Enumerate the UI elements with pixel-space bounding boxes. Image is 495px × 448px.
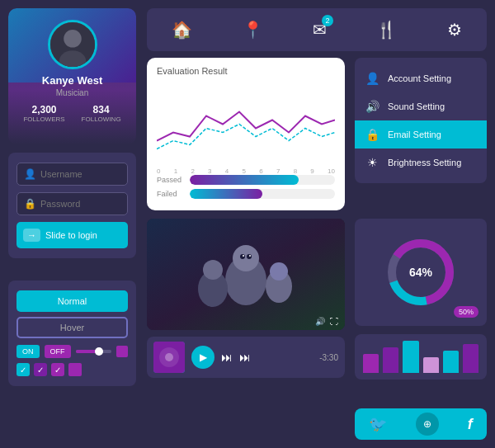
- failed-bar-row: Failed: [157, 189, 335, 199]
- svg-point-9: [270, 262, 288, 281]
- passed-label: Passed: [157, 176, 183, 184]
- passed-bar-row: Passed: [157, 175, 335, 185]
- share-button[interactable]: ⊕: [416, 413, 439, 436]
- passed-bar-bg: [190, 175, 335, 185]
- svg-point-12: [243, 255, 244, 257]
- checkbox-purple[interactable]: ✓: [34, 363, 47, 376]
- profile-title: Musician: [56, 88, 88, 97]
- profile-card: Kanye West Musician 2,300 FOLLOWERS 834 …: [8, 8, 136, 144]
- music-thumbnail: [153, 342, 185, 373]
- top-navigation: 🏠 📍 ✉ 2 🍴 ⚙: [147, 8, 487, 51]
- email-setting-item[interactable]: 🔒 Email Setting: [355, 120, 487, 149]
- toggle-on-button[interactable]: ON: [16, 345, 40, 358]
- passed-bar-fill: [190, 175, 299, 185]
- evaluation-card: Evaluation Result 012345678910 Passed Fa…: [147, 58, 345, 210]
- slide-arrow-icon: →: [23, 229, 40, 242]
- mail-badge: 2: [322, 15, 333, 26]
- user-icon: 👤: [24, 168, 36, 180]
- donut-badge: 50%: [454, 306, 478, 318]
- avatar: [48, 20, 97, 69]
- svg-point-10: [240, 254, 245, 259]
- nav-restaurant-icon[interactable]: 🍴: [376, 20, 397, 40]
- bar-chart-card: [355, 334, 487, 380]
- failed-bar-fill: [190, 189, 262, 199]
- sound-setting-label: Sound Setting: [388, 101, 445, 111]
- svg-point-5: [233, 245, 259, 271]
- sound-setting-item[interactable]: 🔊 Sound Setting: [355, 92, 487, 120]
- failed-label: Failed: [157, 190, 183, 198]
- nav-location-icon[interactable]: 📍: [243, 20, 263, 40]
- svg-point-13: [249, 255, 251, 257]
- bar-col-5: [443, 351, 459, 373]
- followers-stat: 2,300 FOLLOWERS: [23, 104, 64, 123]
- donut-percentage: 64%: [409, 266, 432, 279]
- chart-area: [157, 81, 335, 159]
- following-label: FOLLOWING: [82, 116, 121, 123]
- bar-col-4: [423, 357, 439, 374]
- share-icon: ⊕: [423, 418, 431, 430]
- login-form: 👤 🔒 → Slide to login: [8, 153, 136, 258]
- password-wrap: 🔒: [16, 192, 128, 215]
- video-volume-icon[interactable]: 🔊: [315, 317, 325, 326]
- slider-track[interactable]: [76, 350, 112, 353]
- checkbox-violet[interactable]: ✓: [51, 363, 64, 376]
- skip-forward-button[interactable]: ⏭: [221, 351, 233, 364]
- lock-icon: 🔒: [24, 198, 36, 210]
- account-icon: 👤: [365, 72, 380, 85]
- brightness-setting-label: Brightness Setting: [388, 158, 461, 167]
- profile-name: Kanye West: [42, 74, 102, 87]
- video-fullscreen-icon[interactable]: ⛶: [330, 317, 338, 326]
- svg-point-11: [247, 254, 252, 259]
- eval-title: Evaluation Result: [157, 66, 335, 76]
- play-button[interactable]: ▶: [191, 346, 214, 369]
- facebook-button[interactable]: f: [468, 416, 473, 433]
- color-swatch: [116, 346, 128, 357]
- settings-panel: 👤 Account Setting 🔊 Sound Setting 🔒 Emai…: [355, 58, 487, 183]
- username-wrap: 👤: [16, 163, 128, 186]
- bar-col-2: [383, 347, 398, 373]
- chart-labels: 012345678910: [157, 167, 335, 175]
- video-background: 🔊 ⛶: [147, 219, 345, 330]
- toggle-off-button[interactable]: OFF: [45, 345, 71, 358]
- slider-thumb: [95, 347, 103, 356]
- email-setting-label: Email Setting: [388, 130, 441, 139]
- social-bar: 🐦 ⊕ f: [355, 408, 487, 440]
- nav-settings-icon[interactable]: ⚙: [447, 20, 462, 40]
- donut-chart-card: 64% 50%: [355, 219, 487, 326]
- following-count: 834: [82, 104, 121, 116]
- bar-col-1: [363, 354, 379, 373]
- music-player: ▶ ⏭ ⏭ -3:30: [147, 337, 345, 378]
- account-setting-label: Account Setting: [388, 73, 451, 83]
- nav-mail-icon[interactable]: ✉ 2: [313, 20, 327, 40]
- color-square: [68, 363, 82, 376]
- checkboxes-row: ✓ ✓ ✓: [16, 363, 128, 376]
- svg-point-16: [165, 353, 173, 361]
- checkbox-blue[interactable]: ✓: [16, 363, 30, 376]
- following-stat: 834 FOLLOWING: [82, 104, 121, 123]
- twitter-button[interactable]: 🐦: [369, 415, 387, 433]
- followers-label: FOLLOWERS: [23, 116, 64, 123]
- normal-button[interactable]: Normal: [16, 290, 128, 312]
- music-time: -3:30: [319, 353, 338, 362]
- slider-fill: [76, 350, 97, 353]
- failed-bar-bg: [190, 189, 335, 199]
- nav-home-icon[interactable]: 🏠: [172, 20, 192, 40]
- profile-stats: 2,300 FOLLOWERS 834 FOLLOWING: [23, 104, 120, 123]
- sound-icon: 🔊: [365, 100, 380, 113]
- email-icon: 🔒: [365, 128, 380, 141]
- slide-label: Slide to login: [45, 230, 97, 240]
- buttons-panel: Normal Hover ON OFF ✓ ✓ ✓: [8, 281, 136, 386]
- brightness-setting-item[interactable]: ☀ Brightness Setting: [355, 149, 487, 177]
- toggle-row: ON OFF: [16, 345, 128, 358]
- bar-col-6: [463, 344, 478, 373]
- slide-login-button[interactable]: → Slide to login: [16, 222, 128, 248]
- hover-button[interactable]: Hover: [16, 317, 128, 338]
- account-setting-item[interactable]: 👤 Account Setting: [355, 64, 487, 92]
- brightness-icon: ☀: [365, 156, 380, 169]
- followers-count: 2,300: [23, 104, 64, 116]
- svg-point-7: [203, 260, 223, 280]
- svg-point-1: [64, 30, 82, 48]
- video-player: 🔊 ⛶: [147, 219, 345, 330]
- bar-col-3: [403, 341, 418, 373]
- skip-back-button[interactable]: ⏭: [239, 351, 251, 364]
